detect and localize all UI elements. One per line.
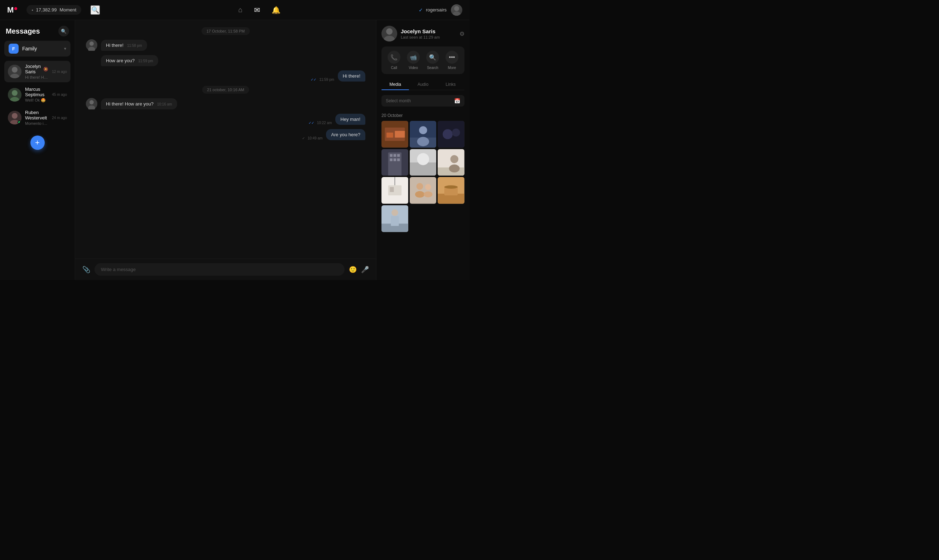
chat-body: 17 October, 11:58 PM Hi there! 11:58 pm	[75, 20, 376, 258]
user-info: ✓ rogersairs	[419, 7, 447, 13]
svg-point-26	[419, 126, 427, 134]
global-search-button[interactable]: 🔍	[91, 5, 100, 15]
mail-icon[interactable]: ✉	[254, 6, 260, 14]
contact-name-row: Jocelyn Saris 🔕	[25, 64, 48, 74]
svg-point-44	[450, 155, 458, 163]
rp-contact-avatar	[381, 26, 397, 42]
svg-point-53	[425, 184, 431, 190]
contact-avatar-ruben	[8, 111, 22, 125]
balance-pill[interactable]: ▪ 17,382.99 Moment	[26, 5, 81, 15]
msg-avatar-svg-1	[86, 39, 97, 51]
message-input[interactable]	[94, 263, 345, 276]
group-icon: F	[9, 44, 19, 54]
msg-ticks-3: ✓✓	[311, 78, 316, 82]
thumb-svg-4	[381, 149, 408, 176]
video-label: Video	[409, 66, 418, 70]
search-action[interactable]: 🔍 Search	[426, 51, 439, 70]
rp-media-tabs: Media Audio Links	[381, 79, 464, 90]
thumb-svg-2	[410, 121, 436, 148]
contact-list: Jocelyn Saris 🔕 Hi there! How is it goin…	[4, 61, 71, 128]
tab-media[interactable]: Media	[381, 79, 409, 90]
attach-icon[interactable]: 📎	[82, 266, 90, 274]
nav-center: ⌂ ✉ 🔔	[106, 6, 413, 14]
msg-avatar-svg-5	[86, 98, 97, 109]
contact-item-marcus[interactable]: Marcus Septimus Well! Ok 🤩 45 m ago	[4, 84, 71, 106]
chat-input-bar: 📎 🙂 🎤	[75, 258, 376, 280]
more-action[interactable]: ••• More	[446, 51, 458, 70]
contact-name-ruben: Ruben Westervelt	[25, 110, 48, 120]
media-thumb-5[interactable]	[410, 149, 436, 176]
message-6: ✓✓ 10:22 am Hey man!	[86, 114, 365, 125]
tab-audio[interactable]: Audio	[409, 79, 436, 90]
media-thumb-7[interactable]	[381, 177, 408, 204]
group-label: Family	[22, 46, 37, 51]
media-thumb-4[interactable]	[381, 149, 408, 176]
media-thumb-2[interactable]	[410, 121, 436, 148]
sidebar: Messages 🔍 F Family ▾	[0, 20, 75, 280]
contact-info-ruben: Ruben Westervelt Momento is awesome!	[25, 110, 48, 126]
page-title: Messages	[6, 27, 40, 35]
emoji-icon[interactable]: 🙂	[349, 266, 357, 274]
contact-preview-ruben: Momento is awesome!	[25, 121, 48, 126]
avatar-svg	[451, 4, 463, 16]
svg-point-30	[452, 128, 460, 136]
balance-value: 17,382.99	[36, 7, 57, 12]
svg-rect-33	[390, 154, 392, 157]
msg-bubble-5: Hi there! How are you? 10:16 am	[101, 98, 177, 109]
msg-time-3: 11:59 pm	[319, 78, 334, 82]
mute-icon: 🔕	[43, 67, 48, 72]
bell-icon[interactable]: 🔔	[271, 6, 281, 14]
media-grid	[381, 121, 464, 232]
main-layout: Messages 🔍 F Family ▾	[0, 20, 470, 280]
sidebar-search-button[interactable]: 🔍	[58, 26, 69, 37]
mic-icon[interactable]: 🎤	[361, 266, 369, 274]
select-month-row[interactable]: Select month 📅	[381, 95, 464, 106]
media-thumb-3[interactable]	[438, 121, 464, 148]
call-action[interactable]: 📞 Call	[387, 51, 401, 70]
group-filter-pill[interactable]: F Family ▾	[4, 41, 71, 57]
group-pill-left: F Family	[9, 44, 37, 54]
media-thumb-10[interactable]	[381, 205, 408, 232]
chevron-down-icon: ▾	[64, 46, 66, 51]
msg-outgoing-wrapper-3: ✓✓ 11:59 pm	[311, 78, 334, 82]
svg-point-29	[443, 129, 453, 139]
msg-bubble-7: Are you here?	[326, 129, 365, 140]
thumb-svg-6	[438, 149, 464, 176]
tab-links[interactable]: Links	[437, 79, 464, 90]
online-indicator	[17, 120, 21, 124]
contact-item-jocelyn[interactable]: Jocelyn Saris 🔕 Hi there! How is it goin…	[4, 61, 71, 82]
settings-icon[interactable]: ⚙	[459, 31, 464, 37]
avatar-svg-jocelyn	[8, 65, 22, 78]
home-icon[interactable]: ⌂	[238, 6, 243, 14]
nav-right: ✓ rogersairs	[419, 4, 463, 16]
media-thumb-1[interactable]	[381, 121, 408, 148]
thumb-svg-5	[410, 149, 436, 176]
more-label: More	[448, 66, 456, 70]
contact-name-jocelyn: Jocelyn Saris	[25, 64, 41, 74]
svg-point-18	[386, 28, 393, 35]
right-panel: Jocelyn Saris Last seen at 11:29 am ⚙ 📞 …	[376, 20, 470, 280]
app-logo: M	[7, 5, 17, 15]
svg-rect-34	[394, 154, 396, 157]
rp-actions-bar: 📞 Call 📹 Video 🔍 Search ••• More	[381, 46, 464, 74]
date-divider-2: 21 october, 10:16 AM	[202, 86, 250, 94]
media-thumb-8[interactable]	[410, 177, 436, 204]
rp-contact-info: Jocelyn Saris Last seen at 11:29 am	[401, 28, 440, 39]
contact-item-ruben[interactable]: Ruben Westervelt Momento is awesome! 24 …	[4, 107, 71, 128]
media-thumb-9[interactable]	[438, 177, 464, 204]
contact-name-row-marcus: Marcus Septimus	[25, 86, 48, 97]
message-2: How are you? 11:59 pm	[86, 55, 365, 66]
msg-time-2: 11:59 pm	[138, 59, 153, 63]
logo-dot	[14, 7, 17, 10]
svg-point-41	[417, 153, 429, 165]
msg-bubble-3: Hi there!	[338, 71, 365, 82]
video-action[interactable]: 📹 Video	[407, 51, 420, 70]
call-icon: 📞	[387, 51, 401, 64]
new-conversation-button[interactable]: +	[31, 135, 45, 150]
user-avatar[interactable]	[451, 4, 463, 16]
media-thumb-6[interactable]	[438, 149, 464, 176]
thumb-svg-1	[381, 121, 408, 148]
navbar: M ▪ 17,382.99 Moment 🔍 ⌂ ✉ 🔔 ✓ rogersair…	[0, 0, 470, 20]
chat-area: 17 October, 11:58 PM Hi there! 11:58 pm	[75, 20, 376, 280]
contact-avatar-jocelyn	[8, 65, 22, 78]
